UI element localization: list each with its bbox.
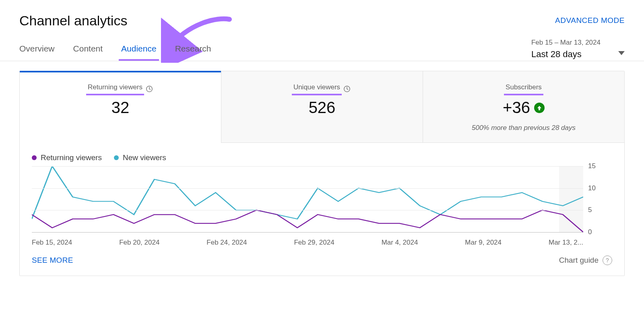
chart-y-tick: 5 [588,206,612,214]
legend-label: Returning viewers [41,153,102,162]
metric-subtext: 500% more than previous 28 days [427,124,620,132]
help-icon: ? [603,255,612,265]
legend-label: New viewers [123,153,166,162]
date-range-text: Feb 15 – Mar 13, 2024 [531,39,601,47]
chart-y-tick: 0 [588,228,612,236]
legend-dot-icon [32,155,37,160]
trend-up-icon [534,103,545,113]
tab-active-underline [119,59,159,61]
metric-label: Unique viewers [293,83,340,95]
metric-value: 32 [24,99,217,117]
viewers-chart: Feb 15, 2024Feb 20, 2024Feb 24, 2024Feb … [32,166,612,247]
legend-new[interactable]: New viewers [114,153,166,162]
chart-grid-line [32,210,583,210]
tab-audience-label: Audience [121,44,157,53]
series-purple [32,210,583,232]
metric-subscribers[interactable]: Subscribers +36 500% more than previous … [423,71,624,143]
chart-axis-line [32,232,583,233]
divider [0,61,644,61]
tab-research[interactable]: Research [175,43,211,61]
advanced-mode-link[interactable]: ADVANCED MODE [555,16,625,25]
tab-overview[interactable]: Overview [19,43,55,61]
metric-label: Returning viewers [88,83,142,95]
tab-audience[interactable]: Audience [121,43,157,61]
chart-x-tick: Feb 29, 2024 [294,239,334,247]
chart-x-tick: Feb 24, 2024 [206,239,247,247]
chart-legend: Returning viewers New viewers [20,143,624,166]
chevron-down-icon [618,51,625,55]
metric-unique-viewers[interactable]: Unique viewers 526 [221,71,423,143]
chart-plot-area [32,166,583,232]
chart-y-tick: 10 [588,184,612,192]
metric-value: 526 [225,99,419,117]
legend-returning[interactable]: Returning viewers [32,153,102,162]
metric-value-number: +36 [503,99,530,117]
metric-label: Subscribers [506,83,542,95]
audience-panel: Returning viewers 32 Unique viewers 526 … [19,71,625,276]
chart-x-tick: Feb 15, 2024 [32,239,72,247]
legend-dot-icon [114,155,119,160]
date-range-picker[interactable]: Feb 15 – Mar 13, 2024 Last 28 days [531,39,625,60]
chart-guide-label: Chart guide [559,256,599,265]
chart-x-tick: Feb 20, 2024 [119,239,159,247]
date-preset-text: Last 28 days [531,49,601,60]
tab-content[interactable]: Content [73,43,103,61]
series-teal [32,166,583,219]
metric-cards: Returning viewers 32 Unique viewers 526 … [20,71,624,143]
chart-x-tick: Mar 9, 2024 [465,239,502,247]
tabs: Overview Content Audience Research [19,43,211,61]
clock-icon [343,85,351,93]
chart-y-tick: 15 [588,162,612,170]
metric-value: +36 [427,99,620,117]
chart-guide-button[interactable]: Chart guide ? [559,255,612,265]
chart-x-ticks: Feb 15, 2024Feb 20, 2024Feb 24, 2024Feb … [32,239,583,247]
see-more-link[interactable]: SEE MORE [32,256,73,265]
metric-returning-viewers[interactable]: Returning viewers 32 [20,71,221,143]
chart-grid-line [32,166,583,167]
chart-x-tick: Mar 4, 2024 [382,239,418,247]
chart-grid-line [32,188,583,189]
clock-icon [146,85,153,93]
chart-x-tick: Mar 13, 2... [549,239,583,247]
page-title: Channel analytics [19,13,127,29]
